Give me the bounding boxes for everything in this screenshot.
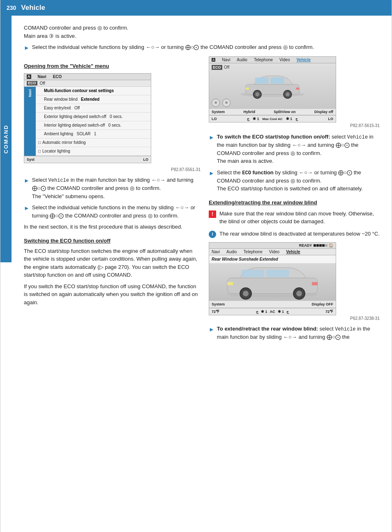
- temp-right: 72℉: [325, 310, 333, 314]
- arrow-icon: ►: [209, 169, 214, 178]
- extended-label: Extended: [260, 257, 278, 261]
- warning-icon: !: [209, 210, 216, 218]
- right-column: A Navi Audio Telephone Video Vehicle ECO…: [209, 56, 380, 344]
- car2-tab-bar: Navi Audio Telephone Video Vehicle: [209, 249, 336, 255]
- menu-row-multifunction: Multi-function contour seat settings: [36, 87, 151, 95]
- arrow-icon: ►: [209, 133, 214, 142]
- menu-row-easyentry: Easy entry/exit Off: [36, 104, 151, 113]
- gear-icon-2: ⚙: [222, 99, 231, 107]
- sq3: [319, 244, 322, 247]
- eco-badge: ECO: [27, 81, 37, 86]
- ctrl2-5: ج: [286, 310, 289, 314]
- eco-row: ECO Off: [24, 80, 151, 87]
- car-body-eco: ECO Off: [209, 63, 336, 109]
- svg-rect-18: [227, 282, 233, 285]
- hybrid-item: Hybrid: [243, 110, 255, 114]
- menu-row-ambient: Ambient lighting SOLAR 1: [36, 130, 151, 139]
- ctrl2-4: ✱ 1: [278, 310, 284, 314]
- page-number: 230: [7, 5, 16, 11]
- car2-top-bar: READY 🏠: [209, 243, 336, 249]
- car-bottom-controls: LO ج ✱ 1 Max Cool AC ✱ 1 ج LO: [209, 115, 336, 122]
- ready-squares: [314, 244, 327, 247]
- info-icon: i: [209, 231, 216, 238]
- arrow-item-select-vehicle: ► Select Vehicle in the main function ba…: [24, 176, 201, 200]
- main-content: COMAND controller and press ◎ to confirm…: [12, 16, 392, 352]
- ctrl-3: Max Cool AC: [262, 117, 282, 121]
- ready-badge: READY 🏠: [299, 243, 333, 247]
- intro-line1: COMAND controller and press ◎ to confirm…: [24, 24, 380, 40]
- navi-tab2: Navi: [212, 250, 220, 254]
- system-item: System: [212, 110, 225, 114]
- splitview-item: SplitView on: [274, 110, 295, 114]
- ctrl-1: ج: [247, 117, 249, 121]
- menu-row-rearwindow: Rear window blind Extended: [36, 95, 151, 104]
- vehicle-item: Vehicle: [297, 58, 311, 62]
- arrow-text-extend-retract: To extend/retract the rear window blind:…: [217, 325, 380, 341]
- menu-rows-container: Multi-function contour seat settings Rea…: [36, 87, 151, 156]
- sq1: [314, 244, 316, 247]
- eco-status: Off: [40, 81, 45, 86]
- tv-icon: A: [212, 58, 215, 62]
- car-image: [235, 69, 309, 102]
- rear-window-heading: Extending/retracting the rear window bli…: [209, 199, 380, 206]
- menu-screenshot: A Navi ECO ECO Off Navi Multi-function c…: [24, 73, 151, 163]
- ctrl-5: ج: [295, 117, 298, 121]
- arrow-icon: ►: [24, 204, 30, 213]
- system-label2: System: [212, 302, 225, 306]
- navi-tab: Navi: [38, 74, 46, 79]
- sq4: [322, 244, 325, 247]
- menu-row-interior: Interior lighting delayed switch-off 0 s…: [36, 121, 151, 130]
- svg-rect-13: [266, 270, 289, 277]
- system-label: Syst: [27, 157, 35, 162]
- sidebar: COMAND: [0, 16, 12, 262]
- eco-tab: ECO: [53, 74, 62, 79]
- temp-left: 72℉: [212, 310, 219, 314]
- left-column: Opening from the "Vehicle" menu A Navi E…: [24, 56, 201, 344]
- audio-tab2: Audio: [226, 250, 237, 254]
- rear-window-screenshot: READY 🏠 Navi Audio Telephon: [209, 242, 336, 315]
- arrow-text: Select the individual vehicle functions …: [32, 43, 380, 51]
- two-column-layout: Opening from the "Vehicle" menu A Navi E…: [24, 56, 380, 344]
- car2-body: [209, 264, 336, 301]
- first-procedure-para: In the next section, it is the first pro…: [24, 223, 201, 231]
- arrow-text-select-eco: Select the ECO function by sliding ←○→ o…: [217, 169, 380, 193]
- svg-rect-12: [242, 270, 264, 277]
- car2-control-bar: System Display OFF: [209, 301, 336, 308]
- arrow-text-switch-eco: To switch the ECO start/stop function on…: [217, 133, 380, 165]
- border-left: [0, 0, 0, 532]
- page-title: Vehicle: [21, 4, 45, 12]
- eco-heading: Switching the ECO function on/off: [24, 238, 201, 244]
- menu-left-nav: Navi: [24, 87, 36, 156]
- svg-rect-8: [246, 88, 249, 90]
- sq2: [316, 244, 319, 247]
- audio-item: Audio: [237, 58, 247, 62]
- warning-text: Make sure that the rear window blind can…: [219, 210, 380, 226]
- sq5: [325, 244, 327, 247]
- eco-top-bar: A Navi Audio Telephone Video Vehicle: [209, 57, 336, 63]
- display-off-item: Display off: [314, 110, 333, 114]
- arrow-text-vehicle: Select Vehicle in the main function bar …: [32, 176, 201, 200]
- ctrl2-3: AC: [270, 310, 275, 314]
- controls-row: ج ✱ 1 Max Cool AC ✱ 1 ج: [247, 117, 298, 121]
- car2-caption: P62.87-3238-31: [209, 316, 380, 321]
- arrow-icon: ►: [209, 325, 214, 334]
- telephone-item: Telephone: [254, 58, 273, 62]
- menu-row-locator: □Locator lighting: [36, 147, 151, 156]
- gear-icons: ⚙ ⚙: [212, 99, 231, 107]
- ctrl2-1: ج: [256, 310, 258, 314]
- telephone-tab2: Telephone: [244, 250, 263, 254]
- arrow-item-switch-eco: ► To switch the ECO start/stop function …: [209, 133, 380, 165]
- eco-para2: If you switch the ECO start/stop functio…: [24, 282, 201, 307]
- lo-label: LO: [143, 157, 149, 162]
- eco-para1: The ECO start/stop function switches the…: [24, 247, 201, 279]
- svg-point-5: [255, 93, 259, 97]
- video-tab2: Video: [269, 250, 279, 254]
- car2-bottom-bar: 72℉ ج ✱ 1 AC ✱ 1 ج 72℉: [209, 308, 336, 315]
- navi-item: Navi: [222, 58, 230, 62]
- eco-screenshot-caption: P82.87-5615-31: [209, 123, 380, 128]
- vehicle-tab2: Vehicle: [286, 250, 300, 254]
- info-text: The rear window blind is deactivated at …: [219, 230, 380, 238]
- info-box: i The rear window blind is deactivated a…: [209, 230, 380, 238]
- opening-menu-heading: Opening from the "Vehicle" menu: [24, 63, 201, 69]
- navi-label: Navi: [28, 89, 32, 97]
